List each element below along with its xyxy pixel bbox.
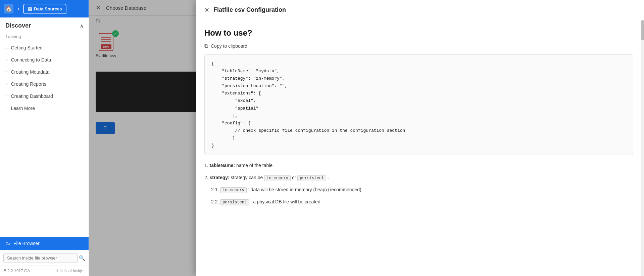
sidebar-item-creating-metadata[interactable]: ◦ Creating Metadata <box>0 66 89 78</box>
bullet-icon: ◦ <box>5 57 7 63</box>
copy-icon: ⧉ <box>204 43 208 49</box>
code-block: { "tableName": "mydata", "strategy": "in… <box>204 54 633 155</box>
search-row: 🔍 <box>0 250 89 266</box>
in-memory-code-2: in-memory <box>220 187 247 193</box>
doc-prefix-2-1: 2.1. <box>211 187 220 192</box>
in-memory-code: in-memory <box>264 175 291 181</box>
sidebar-item-learn-more[interactable]: ◦ Learn More <box>0 102 89 114</box>
sidebar-header: 🏠 › ▤ Data Sources <box>0 0 89 17</box>
nav-item-label: Creating Dashboard <box>11 93 53 99</box>
sidebar-item-getting-started[interactable]: ◦ Getting Started <box>0 42 89 54</box>
copy-clipboard-button[interactable]: ⧉ Copy to clipboard <box>204 43 633 49</box>
sidebar-footer: 5.2.2.1917 GA ℹ Helical Insight <box>0 266 89 276</box>
doc-or-text: or <box>292 175 297 180</box>
chevron-icon: › <box>17 6 19 11</box>
bullet-icon: ◦ <box>5 69 7 75</box>
config-modal-header: ✕ Flatfile csv Configuration <box>196 0 644 20</box>
scrollbar-thumb <box>641 20 644 40</box>
doc-text-2-2: : a physical DB file will be created. <box>250 199 321 204</box>
home-button[interactable]: 🏠 <box>4 4 13 13</box>
collapse-icon[interactable]: ∧ <box>80 23 83 29</box>
doc-text-2a: strategy can be <box>231 175 264 180</box>
helical-icon: ℹ <box>56 269 58 273</box>
file-browser-button[interactable]: 🗂 File Browser <box>0 237 89 250</box>
bullet-icon: ◦ <box>5 105 7 111</box>
doc-prefix-2: 2. <box>204 175 210 180</box>
config-modal: ✕ Flatfile csv Configuration How to use?… <box>196 0 644 276</box>
doc-prefix-1: 1. <box>204 163 210 168</box>
bullet-icon: ◦ <box>5 45 7 51</box>
modal-title: Flatfile csv Configuration <box>213 6 286 13</box>
modal-close-icon[interactable]: ✕ <box>204 6 209 14</box>
sidebar-item-connecting-to-data[interactable]: ◦ Connecting to Data <box>0 54 89 66</box>
chevron-button[interactable]: › <box>16 5 20 12</box>
modal-scrollbar[interactable] <box>641 20 644 276</box>
how-to-use-title: How to use? <box>204 28 633 38</box>
sidebar: 🏠 › ▤ Data Sources Discover ∧ Training ◦… <box>0 0 89 276</box>
nav-item-label: Connecting to Data <box>11 57 51 63</box>
version-label: 5.2.2.1917 GA <box>4 269 30 273</box>
sidebar-item-creating-dashboard[interactable]: ◦ Creating Dashboard <box>0 90 89 102</box>
nav-item-label: Creating Metadata <box>11 69 49 75</box>
datasources-label: Data Sources <box>34 6 62 11</box>
main-content: ✕ Choose Database All Fil ✓ CSV Flatfile… <box>89 0 644 276</box>
helical-label: Helical Insight <box>59 269 85 273</box>
bullet-icon: ◦ <box>5 93 7 99</box>
discover-section: Discover ∧ Training ◦ Getting Started ◦ … <box>0 17 89 237</box>
copy-clipboard-label: Copy to clipboard <box>211 43 247 49</box>
doc-bold-2: strategy: <box>210 175 230 180</box>
doc-bold-1: tableName: <box>210 163 235 168</box>
config-modal-body[interactable]: How to use? ⧉ Copy to clipboard { "table… <box>196 20 644 276</box>
doc-prefix-2-2: 2.2. <box>211 199 220 204</box>
doc-line-2: 2. strategy: strategy can be in-memory o… <box>204 174 633 182</box>
helical-logo: ℹ Helical Insight <box>56 269 85 273</box>
nav-item-label: Getting Started <box>11 45 42 50</box>
doc-line-2-2: 2.2. persistent : a physical DB file wil… <box>204 198 633 206</box>
discover-title-row: Discover ∧ <box>0 22 89 33</box>
training-label: Training <box>0 33 89 42</box>
persistent-code: persistent <box>297 175 326 181</box>
sidebar-item-creating-reports[interactable]: ◦ Creating Reports <box>0 78 89 90</box>
doc-text-2-1: : data will be stored in-memory (heap) (… <box>248 187 361 192</box>
nav-item-label: Learn More <box>11 106 35 111</box>
search-input[interactable] <box>3 253 78 263</box>
search-button[interactable]: 🔍 <box>79 255 85 261</box>
doc-text-1: name of the table <box>236 163 273 168</box>
doc-line-1: 1. tableName: name of the table <box>204 162 633 170</box>
file-browser-icon: 🗂 <box>5 241 10 246</box>
doc-period: . <box>328 175 329 180</box>
doc-line-2-1: 2.1. in-memory : data will be stored in-… <box>204 186 633 194</box>
datasources-icon: ▤ <box>28 6 32 11</box>
datasources-button[interactable]: ▤ Data Sources <box>23 4 66 14</box>
nav-item-label: Creating Reports <box>11 81 46 87</box>
file-browser-label: File Browser <box>13 241 40 246</box>
discover-label: Discover <box>5 22 31 29</box>
persistent-code-2: persistent <box>220 199 249 205</box>
bullet-icon: ◦ <box>5 81 7 87</box>
home-icon: 🏠 <box>5 6 12 12</box>
